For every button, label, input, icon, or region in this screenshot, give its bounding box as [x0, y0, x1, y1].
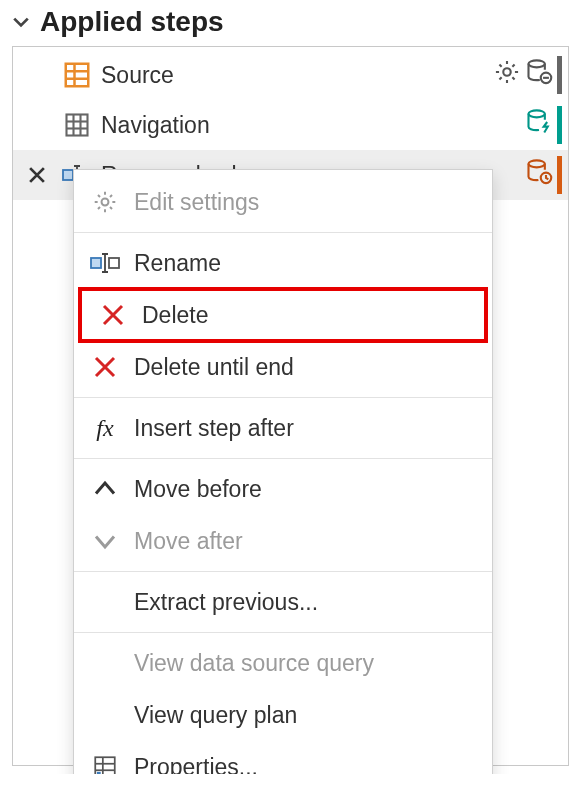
menu-view-query-plan[interactable]: View query plan	[74, 689, 492, 741]
svg-rect-11	[67, 115, 88, 136]
svg-rect-4	[76, 73, 87, 78]
menu-divider	[74, 232, 492, 233]
delete-x-icon	[98, 300, 128, 330]
menu-delete[interactable]: Delete	[78, 287, 488, 343]
menu-label: Move after	[134, 528, 243, 555]
menu-divider	[74, 458, 492, 459]
svg-point-8	[529, 60, 545, 67]
menu-label: View query plan	[134, 702, 297, 729]
step-accent-bar	[557, 106, 562, 144]
menu-rename[interactable]: Rename	[74, 237, 492, 289]
menu-move-before[interactable]: Move before	[74, 463, 492, 515]
menu-label: Move before	[134, 476, 262, 503]
menu-view-data-source-query: View data source query	[74, 637, 492, 689]
svg-rect-3	[67, 73, 73, 78]
step-navigation[interactable]: Navigation	[13, 100, 568, 150]
menu-divider	[74, 571, 492, 572]
menu-edit-settings: Edit settings	[74, 176, 492, 228]
fx-icon: fx	[90, 413, 120, 443]
svg-rect-23	[109, 258, 119, 268]
menu-label: Insert step after	[134, 415, 294, 442]
menu-label: Extract previous...	[134, 589, 318, 616]
menu-delete-until-end[interactable]: Delete until end	[74, 341, 492, 393]
svg-point-7	[503, 68, 510, 75]
svg-point-21	[102, 199, 109, 206]
chevron-down-icon	[12, 13, 30, 31]
chevron-up-icon	[90, 474, 120, 504]
gear-icon	[90, 187, 120, 217]
section-title: Applied steps	[40, 6, 224, 38]
applied-steps-header[interactable]: Applied steps	[0, 0, 581, 44]
svg-rect-5	[67, 80, 73, 85]
svg-rect-22	[91, 258, 101, 268]
menu-label: Delete	[142, 302, 208, 329]
menu-extract-previous[interactable]: Extract previous...	[74, 576, 492, 628]
menu-label: View data source query	[134, 650, 374, 677]
step-label: Source	[101, 62, 485, 89]
svg-point-16	[529, 110, 545, 117]
applied-steps-panel: Source Navigation	[12, 46, 569, 766]
grid-icon	[61, 109, 93, 141]
step-label: Navigation	[101, 112, 517, 139]
menu-label: Edit settings	[134, 189, 259, 216]
menu-divider	[74, 397, 492, 398]
svg-rect-28	[97, 772, 101, 774]
menu-label: Properties...	[134, 754, 258, 775]
delete-x-icon	[90, 352, 120, 382]
database-minus-icon	[525, 58, 553, 92]
gear-icon[interactable]	[493, 58, 521, 92]
step-context-menu: Edit settings Rename Delete Delete until…	[73, 169, 493, 774]
blank-icon	[90, 700, 120, 730]
rename-icon	[90, 248, 120, 278]
svg-rect-17	[63, 170, 73, 180]
delete-step-button[interactable]	[21, 164, 53, 186]
svg-rect-1	[67, 65, 73, 70]
menu-label: Rename	[134, 250, 221, 277]
menu-properties[interactable]: Properties...	[74, 741, 492, 774]
database-bolt-icon	[525, 108, 553, 142]
properties-icon	[90, 752, 120, 774]
svg-rect-2	[76, 65, 87, 70]
chevron-down-icon	[90, 526, 120, 556]
menu-move-after: Move after	[74, 515, 492, 567]
step-source[interactable]: Source	[13, 50, 568, 100]
menu-insert-step-after[interactable]: fx Insert step after	[74, 402, 492, 454]
step-accent-bar	[557, 156, 562, 194]
close-icon	[26, 164, 48, 186]
table-orange-icon	[61, 59, 93, 91]
menu-divider	[74, 632, 492, 633]
svg-point-19	[529, 160, 545, 167]
blank-icon	[90, 587, 120, 617]
svg-rect-6	[76, 80, 87, 85]
blank-icon	[90, 648, 120, 678]
menu-label: Delete until end	[134, 354, 294, 381]
database-clock-icon	[525, 158, 553, 192]
svg-rect-24	[95, 757, 115, 774]
step-accent-bar	[557, 56, 562, 94]
